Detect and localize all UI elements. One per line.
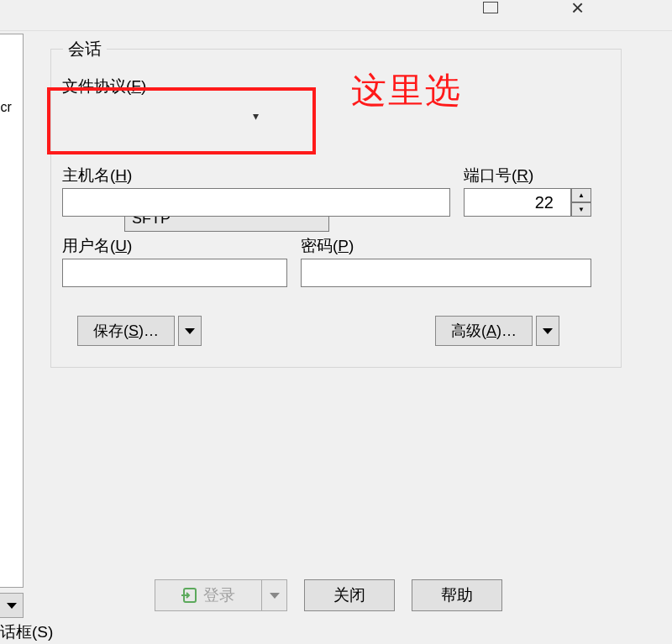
host-label: 主机名(H) xyxy=(62,165,132,186)
maximize-icon[interactable] xyxy=(483,2,498,13)
chevron-down-icon xyxy=(7,603,17,609)
login-dialog: × .cr 话框(S) 会话 文件协议(F) SFTP ▾ 这里选 主机名(H)… xyxy=(0,0,672,644)
close-icon[interactable]: × xyxy=(571,0,584,21)
advanced-dropdown[interactable] xyxy=(536,316,559,346)
chevron-down-icon xyxy=(543,328,553,334)
password-label: 密码(P) xyxy=(301,235,354,257)
password-input[interactable] xyxy=(301,259,591,287)
sites-tree[interactable]: .cr xyxy=(0,34,24,588)
chevron-down-icon: ▾ xyxy=(253,109,259,123)
annotation-text: 这里选 xyxy=(351,67,462,114)
port-label: 端口号(R) xyxy=(464,165,533,186)
site-item-fragment: .cr xyxy=(0,100,12,115)
titlebar: × xyxy=(0,0,672,31)
login-splitbutton: 登录 xyxy=(155,579,287,611)
dialog-buttons: 登录 关闭 帮助 xyxy=(155,579,502,611)
login-dropdown[interactable] xyxy=(262,579,287,611)
help-button[interactable]: 帮助 xyxy=(412,579,502,611)
port-up[interactable]: ▲ xyxy=(571,188,591,202)
chevron-down-icon xyxy=(185,328,195,334)
save-dropdown[interactable] xyxy=(178,316,202,346)
host-input[interactable] xyxy=(62,188,450,217)
port-input[interactable] xyxy=(464,188,571,217)
save-button[interactable]: 保存(S)… xyxy=(77,316,175,346)
protocol-label: 文件协议(F) xyxy=(62,76,146,97)
chevron-down-icon xyxy=(270,593,280,599)
save-splitbutton: 保存(S)… xyxy=(77,316,202,346)
port-down[interactable]: ▼ xyxy=(571,202,591,217)
session-group-label: 会话 xyxy=(63,38,107,60)
login-icon xyxy=(181,587,198,604)
advanced-button[interactable]: 高级(A)… xyxy=(435,316,533,346)
port-spinner: ▲ ▼ xyxy=(571,188,591,217)
login-button: 登录 xyxy=(155,579,262,611)
login-button-label: 登录 xyxy=(203,584,235,606)
sites-dropdown[interactable] xyxy=(0,593,24,618)
advanced-splitbutton: 高级(A)… xyxy=(435,316,559,346)
close-button[interactable]: 关闭 xyxy=(304,579,395,611)
manage-dialog-label: 话框(S) xyxy=(0,621,53,643)
username-label: 用户名(U) xyxy=(62,235,132,257)
username-input[interactable] xyxy=(62,259,287,287)
